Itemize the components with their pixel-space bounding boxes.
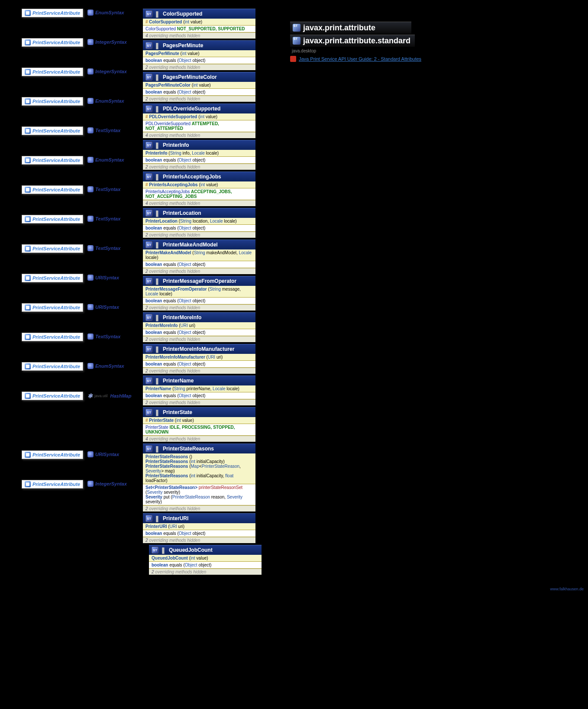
final-marker: ❚ <box>155 105 160 112</box>
syntax-label[interactable]: EnumSyntax <box>87 98 124 104</box>
interface-icon <box>25 393 31 399</box>
syntax-label[interactable]: TextSyntax <box>87 216 120 222</box>
interface-pill[interactable]: PrintServiceAttribute <box>22 126 83 135</box>
class-header[interactable]: ST❚PrinterState <box>143 407 255 417</box>
class-icon: ST <box>145 515 152 522</box>
constructor: PrinterMessageFromOperator (String messa… <box>145 287 253 296</box>
syntax-name: EnumSyntax <box>95 98 124 104</box>
syntax-label[interactable]: TextSyntax <box>87 245 120 251</box>
method: boolean equals (Object object) <box>145 298 253 303</box>
class-header[interactable]: ST❚PrinterIsAcceptingJobs <box>143 172 255 181</box>
interface-pill[interactable]: PrintServiceAttribute <box>22 480 83 489</box>
interface-label: PrintServiceAttribute <box>32 393 80 398</box>
interface-row: PrintServiceAttributeEnumSyntax <box>0 97 143 126</box>
class-name: PrinterIsAcceptingJobs <box>163 174 221 180</box>
footer-link[interactable]: www.falkhausen.de <box>550 587 584 591</box>
interface-label: PrintServiceAttribute <box>32 305 80 310</box>
class-header[interactable]: ST❚PrinterStateReasons <box>143 444 255 453</box>
syntax-icon <box>87 275 94 281</box>
interface-pill[interactable]: PrintServiceAttribute <box>22 392 83 400</box>
constructor: PrinterMakeAndModel (String makeAndModel… <box>145 250 253 260</box>
class-header[interactable]: ST❚PagesPerMinute <box>143 40 255 50</box>
syntax-name: TextSyntax <box>95 246 120 251</box>
interface-pill[interactable]: PrintServiceAttribute <box>22 156 83 165</box>
syntax-label[interactable]: EnumSyntax <box>87 363 124 369</box>
interface-pill[interactable]: PrintServiceAttribute <box>22 97 83 106</box>
interface-column: PrintServiceAttributeEnumSyntaxPrintServ… <box>0 0 143 509</box>
interface-row: PrintServiceAttributeURISyntax <box>0 303 143 333</box>
package-name-1: javax.print.attribute.standard <box>303 36 410 45</box>
constructor: # PrinterState (int value) <box>145 418 253 423</box>
class-header[interactable]: ST❚PrinterInfo <box>143 140 255 150</box>
class-box: ST❚PrinterStateReasonsPrinterStateReason… <box>143 444 255 512</box>
interface-pill[interactable]: PrintServiceAttribute <box>22 68 83 76</box>
interface-row: PrintServiceAttributeIntegerSyntax <box>0 38 143 68</box>
syntax-label[interactable]: TextSyntax <box>87 127 120 133</box>
interface-pill[interactable]: PrintServiceAttribute <box>22 215 83 223</box>
class-header[interactable]: ST❚PrinterMakeAndModel <box>143 240 255 249</box>
class-icon: ST <box>145 241 152 248</box>
syntax-label[interactable]: IntegerSyntax <box>87 68 127 74</box>
class-name: QueuedJobCount <box>169 547 213 553</box>
doc-link[interactable]: Java Print Service API User Guide: 2 - S… <box>299 56 421 62</box>
syntax-label[interactable]: URISyntax <box>87 451 119 457</box>
syntax-label[interactable]: ✱java.utilHashMap <box>87 392 131 399</box>
methods-section: boolean equals (Object object) <box>149 562 262 569</box>
syntax-label[interactable]: EnumSyntax <box>87 10 124 16</box>
interface-pill[interactable]: PrintServiceAttribute <box>22 244 83 253</box>
final-marker: ❚ <box>155 314 160 321</box>
interface-pill[interactable]: PrintServiceAttribute <box>22 303 83 312</box>
interface-pill[interactable]: PrintServiceAttribute <box>22 9 83 17</box>
interface-pill[interactable]: PrintServiceAttribute <box>22 274 83 282</box>
syntax-name: HashMap <box>110 393 132 398</box>
method: boolean equals (Object object) <box>145 90 253 94</box>
interface-pill[interactable]: PrintServiceAttribute <box>22 333 83 341</box>
interface-pill[interactable]: PrintServiceAttribute <box>22 185 83 194</box>
syntax-prefix: java.util <box>94 394 108 398</box>
class-header[interactable]: ST❚PrinterLocation <box>143 208 255 218</box>
override-note: 2 overriding methods hidden <box>143 505 255 512</box>
final-marker: ❚ <box>155 142 160 149</box>
syntax-label[interactable]: URISyntax <box>87 275 119 281</box>
syntax-label[interactable]: EnumSyntax <box>87 157 124 163</box>
syntax-icon <box>87 157 94 163</box>
constructor: PrinterName (String printerName, Locale … <box>145 386 253 391</box>
interface-row: PrintServiceAttributeURISyntax <box>0 450 143 480</box>
syntax-label[interactable]: TextSyntax <box>87 186 120 192</box>
class-name: PDLOverrideSupported <box>163 106 220 112</box>
class-header[interactable]: ST❚ColorSupported <box>143 9 255 19</box>
syntax-label[interactable]: IntegerSyntax <box>87 39 127 45</box>
syntax-name: URISyntax <box>95 452 119 457</box>
class-header[interactable]: ST❚QueuedJobCount <box>149 545 262 555</box>
interface-icon <box>25 363 31 369</box>
class-icon: ST <box>145 105 152 112</box>
constructor: QueuedJobCount (int value) <box>152 556 259 560</box>
package-name-0: javax.print.attribute <box>303 23 375 32</box>
interface-pill[interactable]: PrintServiceAttribute <box>22 362 83 371</box>
class-header[interactable]: ST❚PrinterMoreInfo <box>143 312 255 322</box>
syntax-label[interactable]: URISyntax <box>87 304 119 310</box>
class-header[interactable]: ST❚PrinterMoreInfoManufacturer <box>143 344 255 354</box>
constructor: PrinterStateReasons (int initialCapacity… <box>145 473 253 483</box>
constructor: PrinterStateReasons () <box>145 454 253 459</box>
interface-icon <box>25 304 31 311</box>
class-name: PrinterInfo <box>163 142 189 148</box>
interface-pill[interactable]: PrintServiceAttribute <box>22 38 83 47</box>
syntax-label[interactable]: IntegerSyntax <box>87 481 127 487</box>
class-header[interactable]: ST❚PDLOverrideSupported <box>143 104 255 113</box>
constructor-section: PagesPerMinuteColor (int value) <box>143 82 255 89</box>
class-header[interactable]: ST❚PrinterName <box>143 376 255 385</box>
class-header[interactable]: ST❚PrinterMessageFromOperator <box>143 276 255 286</box>
interface-icon <box>25 481 31 487</box>
interface-pill[interactable]: PrintServiceAttribute <box>22 450 83 459</box>
syntax-label[interactable]: TextSyntax <box>87 333 120 340</box>
constructor: PrinterLocation (String location, Locale… <box>145 219 253 223</box>
interface-label: PrintServiceAttribute <box>32 128 80 133</box>
interface-label: PrintServiceAttribute <box>32 364 80 369</box>
class-header[interactable]: ST❚PrinterURI <box>143 513 255 523</box>
interface-label: PrintServiceAttribute <box>32 217 80 222</box>
interface-row: PrintServiceAttributeTextSyntax <box>0 215 143 244</box>
constructor-section: PrinterMoreInfoManufacturer (URI uri) <box>143 354 255 361</box>
doc-link-row: Java Print Service API User Guide: 2 - S… <box>290 56 575 62</box>
class-header[interactable]: ST❚PagesPerMinuteColor <box>143 72 255 82</box>
